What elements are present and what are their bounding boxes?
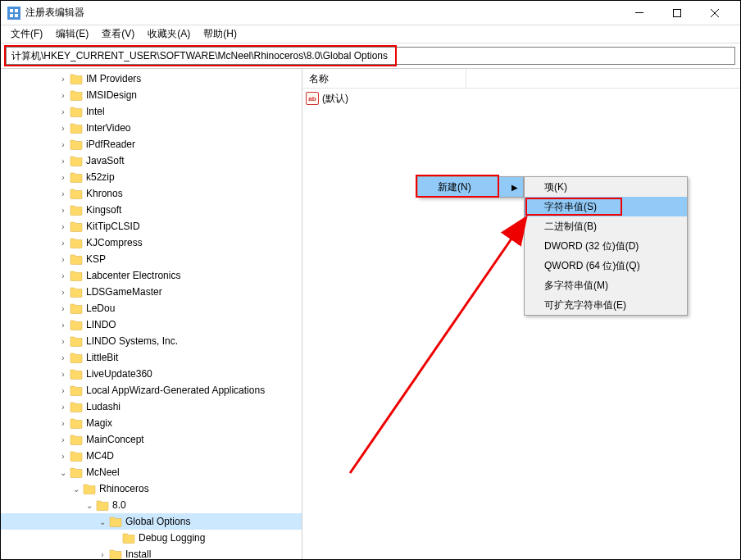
chevron-right-icon[interactable]: ›: [57, 189, 70, 198]
tree-node[interactable]: ›KJCompress: [1, 234, 302, 251]
value-row-default[interactable]: ab (默认): [302, 90, 740, 107]
tree-node[interactable]: Debug Logging: [1, 530, 302, 546]
chevron-right-icon[interactable]: ›: [57, 75, 70, 84]
chevron-right-icon[interactable]: ›: [57, 173, 70, 182]
chevron-right-icon[interactable]: ›: [57, 353, 70, 362]
tree-node[interactable]: ›IMSIDesign: [1, 87, 302, 103]
tree-node[interactable]: ›KitTipCLSID: [1, 218, 302, 234]
tree-node[interactable]: ›Intel: [1, 103, 302, 120]
window-title: 注册表编辑器: [25, 6, 621, 20]
tree-label: KitTipCLSID: [86, 221, 140, 232]
chevron-right-icon[interactable]: ›: [57, 419, 70, 428]
address-input[interactable]: [6, 47, 735, 65]
context-menu-submenu[interactable]: 项(K) 字符串值(S) 二进制值(B) DWORD (32 位)值(D) QW…: [524, 176, 688, 316]
chevron-right-icon[interactable]: ›: [96, 550, 109, 559]
tree-node[interactable]: ›LINDO Systems, Inc.: [1, 333, 302, 349]
chevron-right-icon[interactable]: ›: [57, 370, 70, 379]
ctx-dword[interactable]: DWORD (32 位)值(D): [525, 236, 687, 256]
ctx-exstr[interactable]: 可扩充字符串值(E): [525, 295, 687, 315]
tree-node[interactable]: ›InterVideo: [1, 120, 302, 136]
maximize-button[interactable]: [658, 1, 696, 25]
tree-label: iPdfReader: [86, 139, 135, 150]
chevron-right-icon[interactable]: ›: [57, 452, 70, 461]
tree-node[interactable]: ›JavaSoft: [1, 153, 302, 169]
tree-label: KJCompress: [86, 237, 143, 248]
tree-node[interactable]: ›Magix: [1, 415, 302, 431]
menu-help[interactable]: 帮助(H): [197, 25, 243, 43]
folder-icon: [70, 89, 83, 101]
chevron-right-icon[interactable]: ›: [57, 107, 70, 116]
tree-node[interactable]: ⌄Rhinoceros: [1, 480, 302, 497]
column-name[interactable]: 名称: [302, 69, 466, 88]
tree-node[interactable]: ⌄8.0: [1, 497, 302, 513]
chevron-right-icon[interactable]: ›: [57, 255, 70, 264]
tree-node[interactable]: ›Kingsoft: [1, 202, 302, 218]
folder-icon: [70, 155, 83, 166]
tree-node[interactable]: ›MainConcept: [1, 431, 302, 448]
tree-node[interactable]: ›iPdfReader: [1, 136, 302, 153]
tree-node[interactable]: ›Install: [1, 546, 302, 560]
minimize-button[interactable]: [621, 1, 658, 25]
chevron-right-icon[interactable]: ›: [57, 222, 70, 231]
tree-label: Install: [125, 549, 151, 560]
menu-favorites[interactable]: 收藏夹(A): [141, 25, 197, 43]
tree-node[interactable]: ›LDSGameMaster: [1, 284, 302, 300]
close-button[interactable]: [696, 1, 734, 25]
svg-rect-4: [15, 14, 18, 17]
ctx-qword[interactable]: QWORD (64 位)值(Q): [525, 256, 687, 275]
tree-node[interactable]: ›LeDou: [1, 300, 302, 316]
folder-icon: [70, 270, 83, 281]
chevron-right-icon[interactable]: ›: [57, 321, 70, 330]
menu-view[interactable]: 查看(V): [95, 25, 141, 43]
tree-label: LDSGameMaster: [86, 286, 162, 298]
tree-node[interactable]: ›Labcenter Electronics: [1, 267, 302, 284]
tree-node[interactable]: ›Khronos: [1, 185, 302, 202]
folder-icon: [70, 286, 83, 298]
chevron-down-icon[interactable]: ⌄: [57, 468, 70, 477]
chevron-right-icon[interactable]: ›: [57, 271, 70, 280]
tree-node[interactable]: ⌄Global Options: [1, 513, 302, 530]
chevron-right-icon[interactable]: ›: [57, 239, 70, 248]
chevron-right-icon[interactable]: ›: [57, 386, 70, 395]
chevron-right-icon[interactable]: ›: [57, 304, 70, 313]
tree-node[interactable]: ›Ludashi: [1, 398, 302, 415]
folder-icon: [70, 171, 83, 183]
chevron-right-icon[interactable]: ›: [57, 206, 70, 215]
tree-node[interactable]: ⌄McNeel: [1, 464, 302, 480]
folder-icon: [83, 483, 96, 494]
chevron-right-icon[interactable]: ›: [57, 157, 70, 166]
chevron-right-icon[interactable]: ›: [57, 403, 70, 412]
folder-icon: [70, 188, 83, 199]
tree-node[interactable]: ›IM Providers: [1, 71, 302, 87]
folder-icon: [122, 532, 135, 544]
chevron-right-icon[interactable]: ›: [57, 435, 70, 444]
folder-icon: [70, 434, 83, 445]
chevron-right-icon[interactable]: ›: [57, 140, 70, 149]
ctx-key[interactable]: 项(K): [525, 177, 687, 197]
chevron-down-icon[interactable]: ⌄: [70, 485, 83, 494]
chevron-right-icon[interactable]: ›: [57, 91, 70, 100]
tree-node[interactable]: ›LittleBit: [1, 349, 302, 366]
ctx-string[interactable]: 字符串值(S): [525, 197, 687, 216]
ctx-binary[interactable]: 二进制值(B): [525, 216, 687, 236]
chevron-right-icon[interactable]: ›: [57, 288, 70, 297]
folder-icon: [70, 401, 83, 412]
tree-node[interactable]: ›KSP: [1, 251, 302, 267]
tree-node[interactable]: ›k52zip: [1, 169, 302, 185]
ctx-multistr[interactable]: 多字符串值(M): [525, 275, 687, 295]
folder-icon: [70, 204, 83, 216]
tree-node[interactable]: ›MC4D: [1, 448, 302, 464]
context-menu-primary[interactable]: 新建(N) ▶: [417, 176, 524, 198]
chevron-down-icon[interactable]: ⌄: [83, 501, 96, 510]
menu-file[interactable]: 文件(F): [4, 25, 49, 43]
chevron-right-icon[interactable]: ›: [57, 337, 70, 346]
chevron-right-icon[interactable]: ›: [57, 124, 70, 133]
registry-tree[interactable]: ›IM Providers›IMSIDesign›Intel›InterVide…: [1, 69, 302, 560]
tree-node[interactable]: ›LINDO: [1, 316, 302, 333]
tree-node[interactable]: ›LiveUpdate360: [1, 366, 302, 382]
menu-edit[interactable]: 编辑(E): [49, 25, 95, 43]
tree-node[interactable]: ›Local AppWizard-Generated Applications: [1, 382, 302, 398]
ctx-new[interactable]: 新建(N) ▶: [418, 177, 523, 197]
chevron-down-icon[interactable]: ⌄: [96, 517, 109, 526]
tree-label: InterVideo: [86, 122, 131, 134]
